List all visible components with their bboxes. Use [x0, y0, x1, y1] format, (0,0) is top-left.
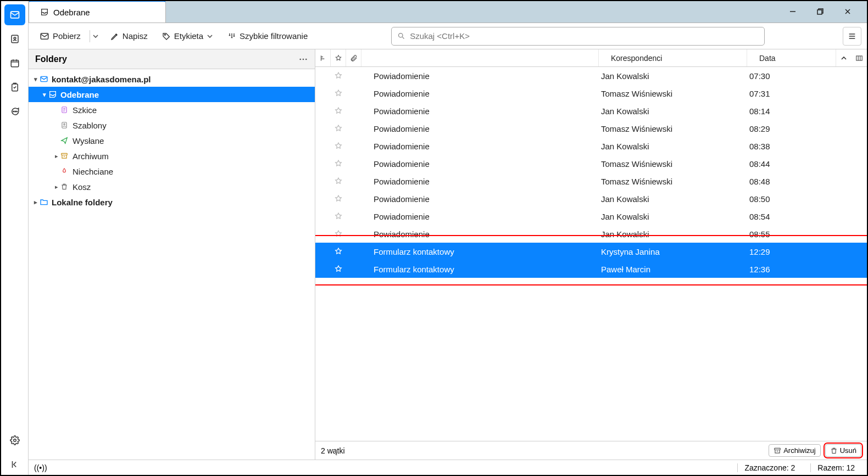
compose-button[interactable]: Napisz: [105, 29, 153, 43]
message-row[interactable]: PowiadomienieTomasz Wiśniewski07:31: [315, 85, 867, 102]
delete-button[interactable]: Usuń: [825, 444, 861, 457]
message-row[interactable]: PowiadomienieJan Kowalski08:50: [315, 190, 867, 208]
svg-rect-21: [856, 55, 863, 60]
junk-folder[interactable]: Niechciane: [29, 164, 315, 179]
message-list-header: Korespondenci Data: [315, 49, 867, 67]
junk-label: Niechciane: [73, 167, 113, 176]
sent-label: Wysłane: [73, 136, 104, 145]
tag-button[interactable]: Etykieta: [157, 29, 219, 43]
inbox-tab-icon: [40, 8, 49, 16]
quick-filter-button[interactable]: Szybkie filtrowanie: [222, 29, 313, 43]
star-column-header[interactable]: [331, 49, 346, 66]
star-toggle[interactable]: [331, 107, 346, 115]
svg-point-2: [14, 37, 16, 40]
message-row[interactable]: PowiadomienieTomasz Wiśniewski08:48: [315, 172, 867, 190]
junk-icon: [60, 167, 73, 175]
sent-folder[interactable]: Wysłane: [29, 133, 315, 148]
correspondents-column-header[interactable]: Korespondenci: [599, 49, 747, 66]
star-toggle[interactable]: [331, 177, 346, 186]
message-subject: Powiadomienie: [361, 212, 599, 221]
column-picker[interactable]: [852, 49, 867, 66]
message-date: 08:38: [747, 142, 836, 151]
subject-column-header[interactable]: [361, 49, 599, 66]
templates-icon: [60, 121, 73, 129]
star-toggle[interactable]: [331, 71, 346, 80]
star-toggle[interactable]: [331, 247, 346, 256]
sort-indicator[interactable]: [836, 49, 852, 66]
star-toggle[interactable]: [331, 265, 346, 273]
message-row[interactable]: PowiadomienieJan Kowalski08:14: [315, 102, 867, 120]
folder-pane: Foldery ▾ kontakt@jakasdomena.pl ▾ Odebr…: [29, 49, 315, 460]
date-column-header[interactable]: Data: [747, 49, 836, 66]
get-mail-button[interactable]: Pobierz: [34, 29, 86, 44]
templates-folder[interactable]: Szablony: [29, 117, 315, 133]
message-subject: Powiadomienie: [361, 124, 599, 133]
message-row[interactable]: PowiadomienieJan Kowalski08:55: [315, 225, 867, 243]
maximize-button[interactable]: [806, 3, 834, 20]
message-row[interactable]: PowiadomienieJan Kowalski08:38: [315, 137, 867, 155]
drafts-folder[interactable]: Szkice: [29, 102, 315, 117]
global-search[interactable]: [391, 27, 765, 46]
status-bar: ((•)) Zaznaczone: 2 Razem: 12: [29, 460, 867, 475]
selected-count: Zaznaczone: 2: [737, 463, 802, 472]
chat-space-button[interactable]: [4, 101, 25, 122]
calendar-space-button[interactable]: [4, 53, 25, 74]
archive-button-label: Archiwizuj: [783, 446, 816, 455]
message-date: 08:48: [747, 177, 836, 186]
close-button[interactable]: [834, 3, 861, 20]
message-row[interactable]: PowiadomienieJan Kowalski08:54: [315, 208, 867, 225]
minimize-button[interactable]: [779, 3, 806, 20]
archive-folder[interactable]: ▸ Archiwum: [29, 148, 315, 164]
message-subject: Powiadomienie: [361, 194, 599, 204]
thread-column-header[interactable]: [315, 49, 331, 66]
star-toggle[interactable]: [331, 89, 346, 98]
star-toggle[interactable]: [331, 212, 346, 221]
tag-label: Etykieta: [174, 31, 203, 41]
message-row[interactable]: PowiadomienieJan Kowalski07:30: [315, 67, 867, 85]
star-toggle[interactable]: [331, 229, 346, 238]
app-menu-button[interactable]: [843, 27, 861, 46]
addressbook-space-button[interactable]: [4, 29, 25, 49]
star-toggle[interactable]: [331, 142, 346, 150]
folder-pane-menu[interactable]: [298, 54, 308, 64]
message-subject: Powiadomienie: [361, 71, 599, 81]
svg-point-19: [64, 124, 65, 125]
search-input[interactable]: [410, 31, 759, 41]
inbox-label: Odebrane: [60, 90, 99, 99]
delete-button-label: Usuń: [840, 446, 856, 455]
connection-status-icon[interactable]: ((•)): [34, 463, 47, 472]
drafts-icon: [60, 106, 73, 114]
get-mail-dropdown[interactable]: [90, 30, 102, 42]
message-row[interactable]: PowiadomienieTomasz Wiśniewski08:44: [315, 155, 867, 172]
svg-point-15: [305, 58, 307, 60]
attachment-column-header[interactable]: [346, 49, 361, 66]
message-row[interactable]: Formularz kontaktowyPaweł Marcin12:36: [315, 260, 867, 278]
star-toggle[interactable]: [331, 159, 346, 168]
message-row[interactable]: Formularz kontaktowyKrystyna Janina12:29: [315, 243, 867, 260]
message-date: 07:31: [747, 89, 836, 98]
search-icon: [397, 32, 405, 40]
message-list[interactable]: PowiadomienieJan Kowalski07:30Powiadomie…: [315, 67, 867, 441]
svg-point-11: [164, 34, 165, 35]
inbox-tab[interactable]: Odebrane: [29, 1, 166, 23]
get-mail-label: Pobierz: [53, 31, 81, 41]
archive-button[interactable]: Archiwizuj: [769, 444, 821, 457]
svg-point-14: [303, 58, 304, 60]
local-folders-row[interactable]: ▸ Lokalne foldery: [29, 194, 315, 210]
spaces-toolbar: [1, 1, 29, 475]
account-row[interactable]: ▾ kontakt@jakasdomena.pl: [29, 71, 315, 87]
mail-space-button[interactable]: [4, 4, 25, 25]
collapse-spaces-button[interactable]: [4, 454, 25, 475]
message-row[interactable]: PowiadomienieTomasz Wiśniewski08:29: [315, 120, 867, 137]
settings-space-button[interactable]: [4, 430, 25, 451]
tasks-space-button[interactable]: [4, 77, 25, 98]
message-date: 12:36: [747, 265, 836, 274]
message-subject: Powiadomienie: [361, 229, 599, 239]
trash-folder[interactable]: ▸ Kosz: [29, 179, 315, 194]
message-subject: Powiadomienie: [361, 177, 599, 186]
trash-label: Kosz: [73, 182, 91, 192]
star-toggle[interactable]: [331, 194, 346, 203]
folder-icon: [40, 198, 52, 206]
inbox-folder[interactable]: ▾ Odebrane: [29, 87, 315, 102]
star-toggle[interactable]: [331, 124, 346, 133]
